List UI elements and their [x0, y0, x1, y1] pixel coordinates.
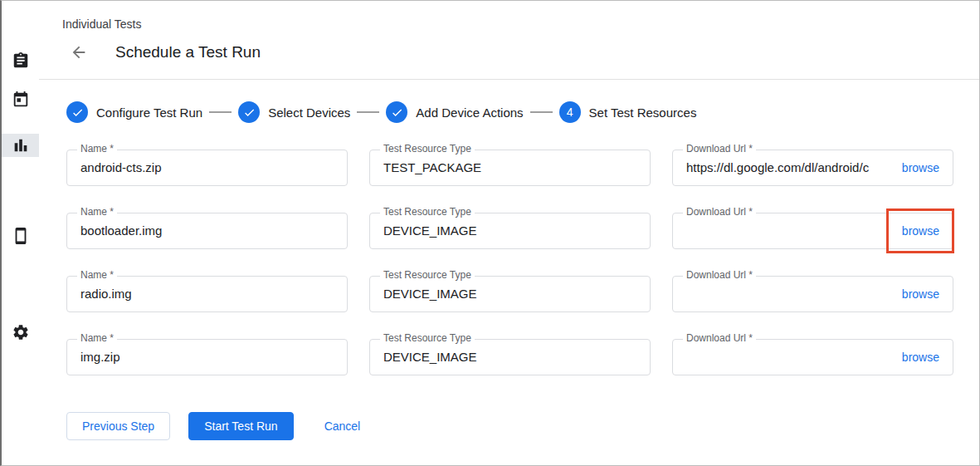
smartphone-icon	[12, 227, 30, 245]
step-number-circle: 4	[559, 101, 581, 123]
sidebar	[2, 1, 39, 465]
name-field[interactable]: Name * img.zip	[66, 339, 348, 375]
sidebar-item-results[interactable]	[2, 134, 39, 157]
page-title: Schedule a Test Run	[115, 43, 261, 61]
resource-type-field-value: DEVICE_IMAGE	[383, 277, 640, 311]
step-circle	[66, 101, 88, 123]
bar-chart-icon	[12, 136, 30, 155]
download-url-field-value: https://dl.google.com/dl/android/c	[686, 150, 886, 185]
test-resources-form: Name * android-cts.zip Test Resource Typ…	[66, 150, 953, 375]
step-label: Configure Test Run	[96, 105, 202, 120]
gear-icon	[12, 323, 30, 341]
download-url-field-label: Download Url *	[683, 206, 756, 218]
download-url-field-label: Download Url *	[683, 269, 756, 281]
browse-link[interactable]: browse	[902, 213, 939, 248]
download-url-field[interactable]: Download Url * browse	[672, 276, 953, 312]
sidebar-item-schedules[interactable]	[2, 88, 39, 111]
step-label: Select Devices	[268, 105, 350, 120]
name-field[interactable]: Name * bootloader.img	[66, 213, 348, 249]
download-url-field[interactable]: Download Url * browse	[672, 213, 953, 249]
previous-step-button[interactable]: Previous Step	[66, 412, 170, 440]
name-field[interactable]: Name * radio.img	[66, 276, 348, 312]
step-label: Set Test Resources	[589, 105, 697, 120]
cancel-button[interactable]: Cancel	[314, 412, 371, 440]
browse-link[interactable]: browse	[902, 340, 939, 375]
arrow-back-icon	[70, 43, 88, 61]
step-select-devices[interactable]: Select Devices	[238, 101, 350, 123]
step-circle	[386, 101, 407, 123]
step-label: Add Device Actions	[416, 105, 523, 120]
form-actions: Previous Step Start Test Run Cancel	[66, 412, 979, 440]
download-url-field[interactable]: Download Url * browse	[672, 339, 953, 375]
download-url-field[interactable]: Download Url * https://dl.google.com/dl/…	[672, 150, 953, 186]
name-field-value: android-cts.zip	[80, 150, 337, 185]
stepper-connector	[209, 111, 232, 113]
stepper: Configure Test Run Select Devices Add De…	[66, 101, 979, 123]
check-icon	[71, 106, 84, 119]
name-field[interactable]: Name * android-cts.zip	[66, 150, 348, 186]
resource-type-field[interactable]: Test Resource Type DEVICE_IMAGE	[369, 276, 651, 312]
resource-type-field[interactable]: Test Resource Type DEVICE_IMAGE	[369, 213, 651, 249]
breadcrumb: Individual Tests	[62, 17, 979, 31]
step-circle	[238, 101, 260, 123]
name-field-value: radio.img	[80, 277, 337, 311]
sidebar-item-devices[interactable]	[2, 224, 39, 248]
step-configure-test-run[interactable]: Configure Test Run	[66, 101, 202, 123]
resource-type-field-value: DEVICE_IMAGE	[383, 340, 640, 375]
resource-type-field[interactable]: Test Resource Type TEST_PACKAGE	[369, 150, 651, 186]
sidebar-item-tests[interactable]	[2, 49, 39, 72]
start-test-run-button[interactable]: Start Test Run	[188, 412, 293, 440]
back-button[interactable]	[67, 41, 90, 64]
resource-type-field-value: TEST_PACKAGE	[383, 150, 640, 185]
calendar-icon	[12, 91, 30, 109]
check-icon	[391, 106, 403, 119]
name-field-value: bootloader.img	[80, 213, 337, 248]
stepper-connector	[357, 111, 379, 113]
assignment-icon	[12, 52, 30, 70]
stepper-connector	[530, 111, 553, 113]
step-add-device-actions[interactable]: Add Device Actions	[386, 101, 523, 123]
name-field-value: img.zip	[80, 340, 337, 375]
browse-link[interactable]: browse	[902, 150, 939, 185]
resource-type-field-value: DEVICE_IMAGE	[383, 213, 640, 248]
app-window: Individual Tests Schedule a Test Run Con…	[0, 0, 980, 466]
page-header: Individual Tests Schedule a Test Run	[39, 1, 979, 80]
sidebar-item-settings[interactable]	[2, 321, 39, 344]
check-icon	[243, 106, 256, 119]
step-set-test-resources[interactable]: 4 Set Test Resources	[559, 101, 697, 123]
browse-link[interactable]: browse	[902, 277, 939, 311]
download-url-field-label: Download Url *	[683, 332, 756, 344]
resource-type-field[interactable]: Test Resource Type DEVICE_IMAGE	[369, 339, 651, 375]
